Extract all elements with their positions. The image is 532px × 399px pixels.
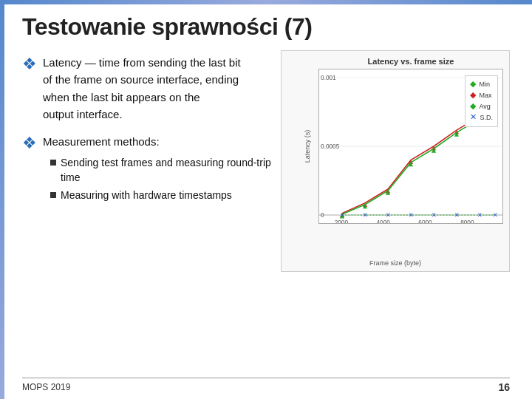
svg-text:✕: ✕ <box>454 211 460 219</box>
square-icon-1 <box>50 160 56 166</box>
legend-max-icon: ◆ <box>470 90 476 100</box>
svg-text:✕: ✕ <box>493 211 499 219</box>
svg-text:0.0005: 0.0005 <box>321 143 340 150</box>
svg-text:✕: ✕ <box>363 211 369 219</box>
svg-text:✕: ✕ <box>409 211 415 219</box>
slide: Testowanie sprawności (7) ❖ Latency — ti… <box>0 0 532 399</box>
sub-bullet-1-text: Sending test frames and measuring round-… <box>61 156 273 185</box>
footer-right: 16 <box>498 381 510 393</box>
legend-sd: ✕ S.D. <box>470 112 493 122</box>
chart-column: Latency vs. frame size ◆ Min ◆ Max <box>281 50 510 272</box>
top-bar <box>0 0 532 4</box>
diamond-icon-1: ❖ <box>22 55 37 74</box>
chart-legend: ◆ Min ◆ Max ◆ Avg ✕ S.D. <box>465 75 498 127</box>
svg-text:6000: 6000 <box>418 219 432 223</box>
legend-min-label: Min <box>479 81 490 88</box>
svg-text:✕: ✕ <box>340 211 346 219</box>
square-icon-2 <box>50 192 56 198</box>
svg-text:0: 0 <box>321 211 324 219</box>
legend-avg-label: Avg <box>479 103 490 110</box>
sub-bullet-2: Measuring with hardware timestamps <box>50 188 273 203</box>
legend-min-icon: ◆ <box>470 79 476 89</box>
legend-sd-label: S.D. <box>480 114 493 121</box>
svg-text:✕: ✕ <box>432 211 437 219</box>
svg-text:0.001: 0.001 <box>321 74 336 81</box>
svg-text:✕: ✕ <box>386 211 392 219</box>
svg-text:8000: 8000 <box>460 219 474 223</box>
text-column: ❖ Latency — time from sending the last b… <box>22 54 273 217</box>
svg-text:2000: 2000 <box>335 219 349 223</box>
bullet-meas: ❖ Measurement methods: Sending test fram… <box>22 133 273 207</box>
sub-bullet-2-text: Measuring with hardware timestamps <box>61 188 232 203</box>
chart-title: Latency vs. frame size <box>318 57 503 66</box>
bullet-latency: ❖ Latency — time from sending the last b… <box>22 54 273 123</box>
x-axis-label: Frame size (byte) <box>369 259 421 267</box>
legend-min: ◆ Min <box>470 79 493 89</box>
chart-inner: ◆ Min ◆ Max ◆ Avg ✕ S.D. <box>318 69 503 224</box>
footer: MOPS 2019 16 <box>22 378 510 393</box>
legend-avg-icon: ◆ <box>470 101 476 111</box>
legend-avg: ◆ Avg <box>470 101 493 111</box>
sub-bullet-1: Sending test frames and measuring round-… <box>50 156 273 185</box>
sub-bullets: Sending test frames and measuring round-… <box>50 156 273 203</box>
meas-content: Measurement methods: Sending test frames… <box>43 133 273 207</box>
svg-text:4000: 4000 <box>377 219 391 223</box>
latency-text: Latency — time from sending the last bit… <box>43 54 241 123</box>
meas-text: Measurement methods: <box>43 133 273 150</box>
chart-container: Latency vs. frame size ◆ Min ◆ Max <box>281 50 510 272</box>
slide-title: Testowanie sprawności (7) <box>22 13 510 41</box>
left-bar <box>0 4 4 399</box>
svg-text:✕: ✕ <box>477 211 483 219</box>
content-area: ❖ Latency — time from sending the last b… <box>22 54 510 272</box>
legend-max: ◆ Max <box>470 90 493 100</box>
y-axis-label: Latency (s) <box>304 130 311 163</box>
legend-sd-icon: ✕ <box>470 112 477 122</box>
legend-max-label: Max <box>479 92 491 99</box>
footer-left: MOPS 2019 <box>22 382 70 392</box>
diamond-icon-2: ❖ <box>22 134 37 153</box>
